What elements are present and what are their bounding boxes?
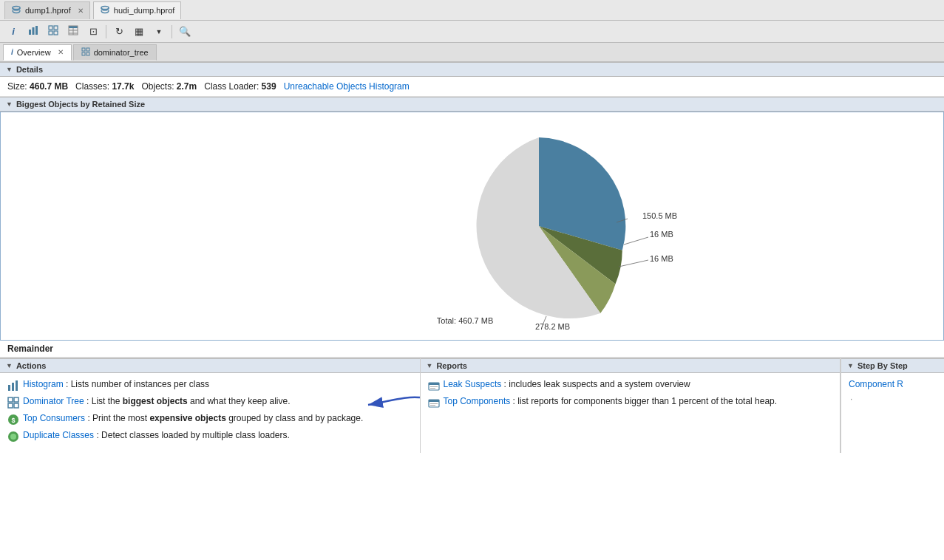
table-button[interactable] — [64, 23, 82, 41]
svg-rect-15 — [86, 48, 89, 51]
total-label: Total: 460.7 MB — [436, 316, 492, 325]
reports-title: Reports — [436, 361, 467, 370]
reports-content: Leak Suspects : includes leak suspects a… — [421, 373, 841, 419]
biggest-objects-arrow: ▼ — [6, 100, 13, 108]
refresh-icon: ↻ — [115, 26, 123, 37]
info-button[interactable]: i — [4, 23, 22, 41]
tab-hudi[interactable]: hudi_dump.hprof — [93, 1, 182, 19]
svg-rect-21 — [8, 397, 13, 402]
tab-dominator-tree[interactable]: dominator_tree — [73, 44, 157, 61]
leader-line-3 — [619, 260, 648, 267]
action-duplicate: Duplicate Classes : Detect classes loade… — [7, 430, 412, 443]
svg-rect-22 — [14, 397, 18, 402]
svg-rect-31 — [429, 383, 439, 385]
actions-title: Actions — [16, 361, 46, 370]
top-components-desc: : list reports for components bigger tha… — [510, 396, 777, 406]
svg-rect-16 — [82, 52, 85, 55]
classloader-value: 539 — [262, 81, 276, 92]
tab-dump1[interactable]: dump1.hprof ✕ — [4, 1, 90, 19]
classes-value: 17.7k — [112, 81, 134, 92]
svg-rect-4 — [35, 26, 38, 35]
label-150mb: 150.5 MB — [642, 211, 677, 220]
dominator-action-text: Dominator Tree : List the biggest object… — [23, 396, 291, 406]
biggest-objects-title: Biggest Objects by Retained Size — [16, 100, 145, 109]
top-consumers-bold: expensive objects — [149, 413, 225, 423]
divider1 — [106, 25, 106, 38]
leak-suspects-icon — [428, 380, 440, 392]
report-top-components: Top Components : list reports for compon… — [428, 396, 833, 409]
remainder-label: Remainder — [0, 341, 944, 358]
component-r-link[interactable]: Component R — [849, 379, 903, 389]
grid-button[interactable] — [44, 23, 62, 41]
svg-point-1 — [101, 7, 109, 10]
leak-suspects-link[interactable]: Leak Suspects — [444, 379, 502, 389]
size-label: Size: — [7, 81, 27, 92]
tab-dump1-close[interactable]: ✕ — [78, 7, 84, 15]
divider2 — [172, 25, 172, 38]
export-button[interactable]: ▦ — [130, 23, 148, 41]
histogram-action-link[interactable]: Histogram — [23, 379, 64, 389]
svg-rect-20 — [16, 380, 18, 391]
histogram-link[interactable]: Unreachable Objects Histogram — [284, 81, 410, 92]
top-consumers-link[interactable]: Top Consumers — [23, 413, 85, 423]
dropdown-icon: ▼ — [156, 28, 163, 35]
actions-content: Histogram : Lists number of instances pe… — [0, 373, 420, 453]
classloader-label: Class Loader: — [204, 81, 259, 92]
svg-rect-37 — [430, 405, 435, 406]
dominator-action-icon — [7, 397, 19, 409]
top-components-link[interactable]: Top Components — [444, 396, 511, 406]
svg-point-29 — [10, 434, 16, 440]
svg-text:$: $ — [11, 417, 15, 424]
duplicate-action-link[interactable]: Duplicate Classes — [23, 430, 94, 440]
tab-dominator-label: dominator_tree — [94, 48, 149, 57]
histogram-button[interactable] — [24, 23, 42, 41]
reports-panel: ▼ Reports Leak Suspects : includes leak … — [421, 358, 841, 453]
duplicate-icon: ⊡ — [89, 26, 98, 37]
histogram-desc: : Lists number of instances per class — [64, 379, 209, 389]
stepbystep-header: ▼ Step By Step — [841, 358, 944, 373]
search-button[interactable]: 🔍 — [176, 23, 194, 41]
stepbystep-item: Component R — [849, 379, 937, 389]
db-icon-2 — [100, 5, 110, 16]
top-consumers-text: Top Consumers : Print the most expensive… — [23, 413, 363, 423]
svg-rect-18 — [8, 385, 10, 391]
svg-rect-5 — [49, 26, 52, 30]
svg-rect-7 — [49, 31, 52, 35]
tab-hudi-label: hudi_dump.hprof — [114, 6, 175, 15]
action-histogram: Histogram : Lists number of instances pe… — [7, 379, 412, 392]
refresh-button[interactable]: ↻ — [110, 23, 128, 41]
leak-suspects-text: Leak Suspects : includes leak suspects a… — [444, 379, 690, 389]
histogram-action-text: Histogram : Lists number of instances pe… — [23, 379, 209, 389]
db-icon — [11, 5, 21, 16]
export-icon: ▦ — [135, 26, 143, 37]
duplicate-action-icon — [7, 431, 19, 443]
svg-rect-8 — [54, 31, 58, 35]
dominator-icon — [81, 47, 90, 58]
label-16mb-1: 16 MB — [650, 230, 673, 239]
svg-rect-36 — [430, 403, 438, 404]
sub-tabs-bar: i Overview ✕ dominator_tree — [0, 43, 944, 62]
duplicate-button[interactable]: ⊡ — [84, 23, 102, 41]
details-arrow: ▼ — [6, 66, 13, 73]
chart-container: 150.5 MB 16 MB 16 MB 278.2 MB Total: 460… — [0, 112, 944, 341]
stepbystep-title: Step By Step — [858, 361, 908, 370]
actions-panel: ▼ Actions Histogram : Lists number of in… — [0, 358, 421, 453]
search-icon: 🔍 — [179, 26, 191, 37]
report-leak: Leak Suspects : includes leak suspects a… — [428, 379, 833, 392]
tab-overview[interactable]: i Overview ✕ — [3, 44, 72, 61]
dominator-action-link[interactable]: Dominator Tree — [23, 396, 84, 406]
size-value: 460.7 MB — [30, 81, 68, 92]
overview-icon: i — [11, 48, 13, 56]
svg-rect-32 — [430, 386, 438, 387]
top-consumers-pre: : Print the most — [85, 413, 149, 423]
tab-overview-close[interactable]: ✕ — [58, 48, 64, 56]
pie-svg: 150.5 MB 16 MB 16 MB 278.2 MB Total: 460… — [243, 123, 702, 329]
details-content: Size: 460.7 MB Classes: 17.7k Objects: 2… — [0, 77, 944, 97]
label-278mb: 278.2 MB — [535, 322, 570, 329]
svg-rect-24 — [14, 403, 18, 408]
dropdown-button[interactable]: ▼ — [150, 23, 168, 41]
dominator-pre: : List the — [84, 396, 123, 406]
bottom-panels: ▼ Actions Histogram : Lists number of in… — [0, 358, 944, 453]
objects-value: 2.7m — [177, 81, 197, 92]
svg-rect-2 — [29, 30, 31, 35]
